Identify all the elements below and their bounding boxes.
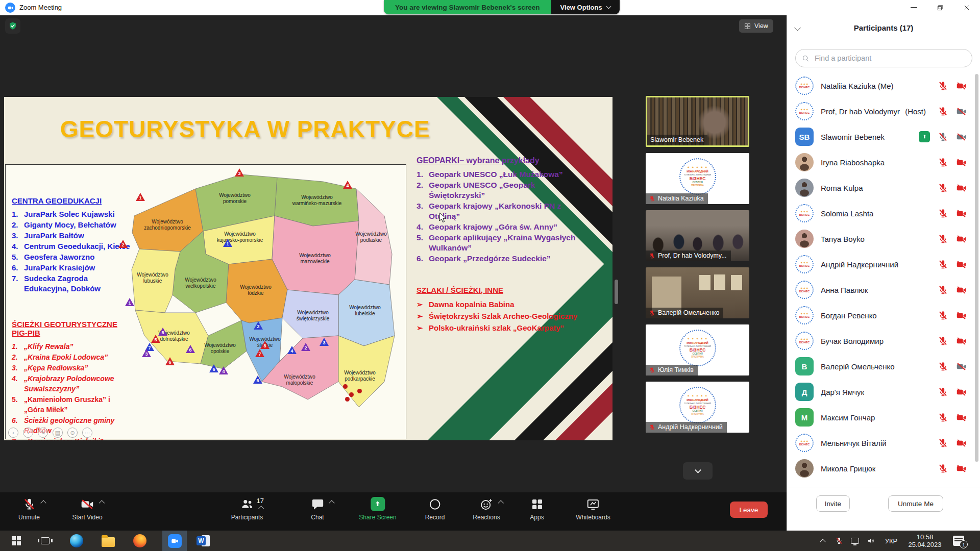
taskbar-edge[interactable]	[65, 531, 88, 551]
participant-row[interactable]: ✶✶✶БІЗНЕС Roma Kulpa	[787, 175, 975, 201]
invite-button[interactable]: Invite	[816, 495, 850, 512]
chevron-up-icon[interactable]	[329, 500, 334, 506]
camera-status-icon[interactable]	[956, 336, 967, 346]
mic-status-icon[interactable]	[938, 208, 948, 219]
search-input[interactable]	[814, 54, 966, 63]
tray-show-hidden-icons[interactable]	[816, 531, 830, 551]
video-tile[interactable]: Валерій Омельченко	[646, 267, 749, 318]
participant-row[interactable]: ✶✶✶БІЗНЕС Бучак Володимир	[787, 328, 975, 354]
chat-button[interactable]: Chat	[310, 496, 325, 521]
mic-status-icon[interactable]	[938, 463, 948, 474]
tray-speaker-icon[interactable]	[864, 531, 879, 551]
record-button[interactable]: Record	[425, 496, 445, 521]
panel-scrollbar[interactable]	[975, 74, 978, 462]
taskbar-zoom-active[interactable]	[162, 531, 187, 551]
video-tile[interactable]: Prof, Dr hab Volodymy...	[646, 210, 749, 261]
more-tools-icon[interactable]: ⋯	[82, 428, 92, 438]
participant-row[interactable]: ✶✶✶БІЗНЕС М Максим Гончар	[787, 405, 975, 430]
leave-button[interactable]: Leave	[730, 502, 768, 518]
mic-status-icon[interactable]	[938, 310, 948, 321]
video-tile[interactable]: ✶ ✶ ✶ ✶ ✶МІЖНАРОДНИЙГОТЕЛЬНО-ТУРИСТИЧНИЙ…	[646, 324, 749, 375]
mic-status-icon[interactable]	[938, 361, 948, 372]
mic-status-icon[interactable]	[938, 81, 948, 91]
participant-row[interactable]: ✶✶✶БІЗНЕС Nataliia Kaziuka (Me)	[787, 73, 975, 98]
camera-status-icon[interactable]	[956, 387, 967, 397]
camera-status-icon[interactable]	[956, 132, 967, 142]
participant-row[interactable]: ✶✶✶БІЗНЕС Мельничук Віталій	[787, 430, 975, 456]
chevron-up-icon[interactable]	[498, 500, 503, 506]
taskbar-firefox[interactable]	[129, 531, 151, 551]
camera-status-icon[interactable]	[956, 310, 967, 321]
participant-row[interactable]: ✶✶✶БІЗНЕС Микола Грицюк	[787, 456, 975, 481]
participant-row[interactable]: ✶✶✶БІЗНЕС Д Дар'я Ямчук	[787, 379, 975, 405]
panel-resize-handle[interactable]	[615, 280, 618, 304]
close-button[interactable]	[953, 0, 980, 15]
camera-status-icon[interactable]	[956, 208, 967, 219]
participant-row[interactable]: ✶✶✶БІЗНЕС Tanya Boyko	[787, 226, 975, 252]
minimize-button[interactable]	[900, 0, 927, 15]
zoom-tool-icon[interactable]: ⊙	[67, 428, 78, 438]
tray-mic-icon[interactable]	[832, 531, 846, 551]
video-tile[interactable]: Slawomir Bebenek	[646, 96, 749, 147]
tray-language[interactable]: УКР	[881, 531, 901, 551]
mic-status-icon[interactable]	[938, 438, 948, 448]
mic-status-icon[interactable]	[938, 285, 948, 295]
participant-row[interactable]: ✶✶✶БІЗНЕС Prof, Dr hab Volodymyr H... (H…	[787, 98, 975, 124]
notification-center-button[interactable]: 1	[948, 531, 969, 551]
chevron-up-icon[interactable]	[40, 500, 46, 506]
camera-status-icon[interactable]	[956, 106, 967, 117]
mic-status-icon[interactable]	[938, 157, 948, 168]
more-videos-button[interactable]	[683, 462, 713, 480]
camera-status-icon[interactable]	[956, 259, 967, 270]
start-video-button[interactable]: Start Video	[72, 496, 102, 521]
camera-status-icon[interactable]	[956, 183, 967, 193]
view-layout-button[interactable]: View	[739, 19, 773, 33]
chevron-up-icon[interactable]	[99, 500, 104, 506]
task-view-button[interactable]	[34, 531, 56, 551]
whiteboards-button[interactable]: Whiteboards	[576, 496, 610, 521]
mic-status-icon[interactable]	[938, 259, 948, 270]
maximize-button[interactable]	[927, 0, 953, 15]
participant-search-box[interactable]	[795, 49, 972, 67]
mic-status-icon[interactable]	[938, 132, 948, 142]
participant-row[interactable]: ✶✶✶БІЗНЕС SB Slawomir Bebenek	[787, 124, 975, 149]
participant-row[interactable]: ✶✶✶БІЗНЕС Iryna Riaboshapka	[787, 149, 975, 175]
camera-status-icon[interactable]	[956, 81, 967, 91]
participant-row[interactable]: ✶✶✶БІЗНЕС Андрій Надкерничний	[787, 252, 975, 277]
tray-clock[interactable]: 10:58 25.04.2023	[902, 531, 947, 551]
camera-status-icon[interactable]	[956, 412, 967, 423]
camera-status-icon[interactable]	[956, 463, 967, 474]
camera-status-icon[interactable]	[956, 234, 967, 244]
camera-status-icon[interactable]	[956, 157, 967, 168]
slide-prev-button[interactable]: ‹	[8, 428, 18, 438]
unmute-me-button[interactable]: Unmute Me	[888, 495, 943, 512]
chevron-up-icon[interactable]	[258, 506, 264, 511]
participant-row[interactable]: ✶✶✶БІЗНЕС Solomia Lashta	[787, 201, 975, 226]
start-button[interactable]	[5, 531, 28, 551]
apps-button[interactable]: Apps	[529, 496, 545, 521]
security-shield-icon[interactable]	[5, 18, 20, 34]
pen-tool-icon[interactable]: ✎	[38, 428, 48, 438]
mic-status-icon[interactable]	[938, 412, 948, 423]
taskbar-file-explorer[interactable]	[97, 531, 119, 551]
taskbar-word[interactable]: W	[192, 531, 214, 551]
participant-row[interactable]: ✶✶✶БІЗНЕС В Валерій Омельченко	[787, 354, 975, 379]
mic-status-icon[interactable]	[938, 336, 948, 346]
reactions-button[interactable]: Reactions	[473, 496, 500, 521]
tray-display-icon[interactable]	[847, 531, 863, 551]
participant-row[interactable]: ✶✶✶БІЗНЕС Богдан Ревенко	[787, 303, 975, 328]
mic-status-icon[interactable]	[938, 387, 948, 397]
share-screen-button[interactable]: Share Screen	[359, 496, 396, 521]
mic-status-icon[interactable]	[938, 106, 948, 117]
camera-status-icon[interactable]	[956, 285, 967, 295]
camera-status-icon[interactable]	[956, 361, 967, 372]
mic-status-icon[interactable]	[938, 183, 948, 193]
video-tile[interactable]: ✶ ✶ ✶ ✶ ✶МІЖНАРОДНИЙГОТЕЛЬНО-ТУРИСТИЧНИЙ…	[646, 153, 749, 204]
mic-status-icon[interactable]	[938, 234, 948, 244]
slide-next-button[interactable]: ›	[23, 428, 33, 438]
unmute-button[interactable]: Unmute	[18, 496, 40, 521]
camera-status-icon[interactable]	[956, 438, 967, 448]
participants-button[interactable]: 17 Participants	[231, 496, 263, 521]
slide-grid-icon[interactable]: ▤	[53, 428, 63, 438]
video-tile[interactable]: ✶ ✶ ✶ ✶ ✶МІЖНАРОДНИЙГОТЕЛЬНО-ТУРИСТИЧНИЙ…	[646, 382, 749, 433]
